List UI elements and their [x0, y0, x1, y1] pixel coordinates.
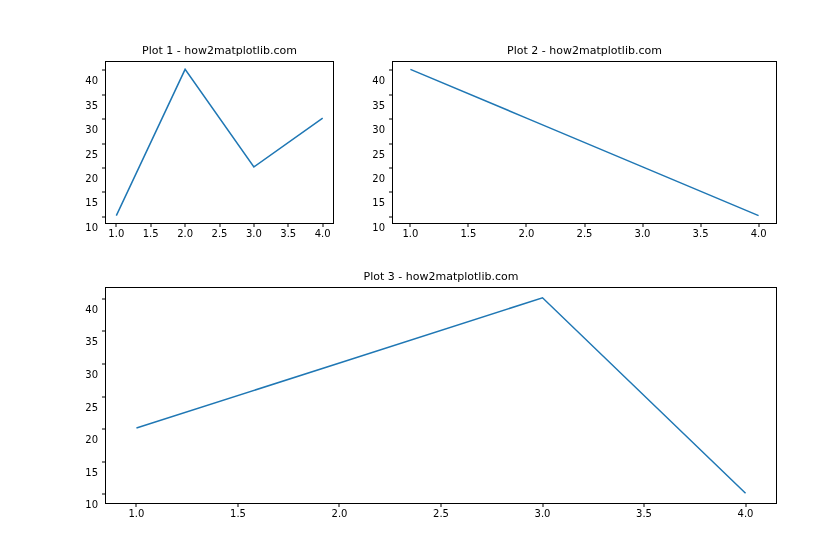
- ytick-mark: [102, 396, 106, 397]
- ytick-label: 20: [372, 172, 385, 183]
- xtick-label: 3.0: [635, 228, 651, 239]
- ytick-mark: [102, 70, 106, 71]
- plot-2-title: Plot 2 - how2matplotlib.com: [507, 44, 662, 57]
- ytick-label: 35: [85, 336, 98, 347]
- xtick-mark: [237, 504, 238, 508]
- ytick-mark: [102, 167, 106, 168]
- plot-2-axes: Plot 2 - how2matplotlib.com 1.01.52.02.5…: [392, 61, 777, 224]
- ytick-label: 30: [85, 124, 98, 135]
- xtick-mark: [642, 224, 643, 228]
- xtick-mark: [468, 224, 469, 228]
- ytick-mark: [102, 494, 106, 495]
- ytick-mark: [389, 167, 393, 168]
- xtick-mark: [136, 504, 137, 508]
- ytick-label: 40: [372, 75, 385, 86]
- plot-1-line: [106, 62, 333, 223]
- xtick-label: 4.0: [738, 508, 754, 519]
- xtick-label: 2.0: [177, 228, 193, 239]
- ytick-label: 10: [372, 221, 385, 232]
- xtick-label: 1.0: [108, 228, 124, 239]
- ytick-mark: [102, 119, 106, 120]
- xtick-label: 3.5: [693, 228, 709, 239]
- ytick-mark: [102, 216, 106, 217]
- ytick-mark: [389, 143, 393, 144]
- xtick-mark: [700, 224, 701, 228]
- xtick-label: 2.5: [433, 508, 449, 519]
- plot-3-title: Plot 3 - how2matplotlib.com: [364, 270, 519, 283]
- ytick-mark: [389, 94, 393, 95]
- xtick-label: 2.0: [332, 508, 348, 519]
- xtick-label: 4.0: [315, 228, 331, 239]
- xtick-mark: [745, 504, 746, 508]
- ytick-mark: [389, 192, 393, 193]
- xtick-mark: [584, 224, 585, 228]
- ytick-mark: [102, 461, 106, 462]
- xtick-mark: [644, 504, 645, 508]
- xtick-mark: [410, 224, 411, 228]
- xtick-label: 3.5: [280, 228, 296, 239]
- figure: Plot 1 - how2matplotlib.com 1.01.52.02.5…: [0, 0, 840, 560]
- ytick-label: 30: [85, 368, 98, 379]
- xtick-mark: [339, 504, 340, 508]
- ytick-label: 20: [85, 172, 98, 183]
- ytick-mark: [389, 216, 393, 217]
- xtick-label: 3.5: [636, 508, 652, 519]
- ytick-label: 15: [85, 197, 98, 208]
- ytick-mark: [102, 94, 106, 95]
- plot-2-line: [393, 62, 776, 223]
- xtick-label: 2.5: [577, 228, 593, 239]
- ytick-label: 40: [85, 303, 98, 314]
- plot-1-axes: Plot 1 - how2matplotlib.com 1.01.52.02.5…: [105, 61, 334, 224]
- ytick-label: 20: [85, 434, 98, 445]
- xtick-label: 2.0: [519, 228, 535, 239]
- ytick-label: 15: [85, 466, 98, 477]
- xtick-mark: [185, 224, 186, 228]
- xtick-mark: [219, 224, 220, 228]
- xtick-label: 3.0: [246, 228, 262, 239]
- ytick-mark: [102, 192, 106, 193]
- ytick-label: 35: [85, 99, 98, 110]
- xtick-mark: [542, 504, 543, 508]
- xtick-mark: [253, 224, 254, 228]
- ytick-label: 25: [85, 401, 98, 412]
- ytick-label: 30: [372, 124, 385, 135]
- ytick-label: 10: [85, 221, 98, 232]
- plot-3-line: [106, 288, 776, 503]
- xtick-label: 1.0: [402, 228, 418, 239]
- xtick-label: 1.5: [143, 228, 159, 239]
- xtick-label: 1.5: [460, 228, 476, 239]
- ytick-mark: [389, 70, 393, 71]
- xtick-mark: [758, 224, 759, 228]
- xtick-label: 1.5: [230, 508, 246, 519]
- xtick-label: 3.0: [535, 508, 551, 519]
- ytick-label: 25: [85, 148, 98, 159]
- xtick-mark: [526, 224, 527, 228]
- xtick-mark: [150, 224, 151, 228]
- ytick-mark: [102, 331, 106, 332]
- ytick-label: 10: [85, 499, 98, 510]
- xtick-mark: [322, 224, 323, 228]
- xtick-label: 2.5: [212, 228, 228, 239]
- ytick-label: 25: [372, 148, 385, 159]
- ytick-label: 35: [372, 99, 385, 110]
- ytick-label: 15: [372, 197, 385, 208]
- xtick-mark: [288, 224, 289, 228]
- ytick-mark: [102, 363, 106, 364]
- ytick-mark: [102, 143, 106, 144]
- ytick-label: 40: [85, 75, 98, 86]
- xtick-label: 1.0: [129, 508, 145, 519]
- plot-1-title: Plot 1 - how2matplotlib.com: [142, 44, 297, 57]
- xtick-mark: [441, 504, 442, 508]
- ytick-mark: [389, 119, 393, 120]
- xtick-mark: [116, 224, 117, 228]
- plot-3-axes: Plot 3 - how2matplotlib.com 1.01.52.02.5…: [105, 287, 777, 504]
- ytick-mark: [102, 429, 106, 430]
- ytick-mark: [102, 298, 106, 299]
- xtick-label: 4.0: [751, 228, 767, 239]
